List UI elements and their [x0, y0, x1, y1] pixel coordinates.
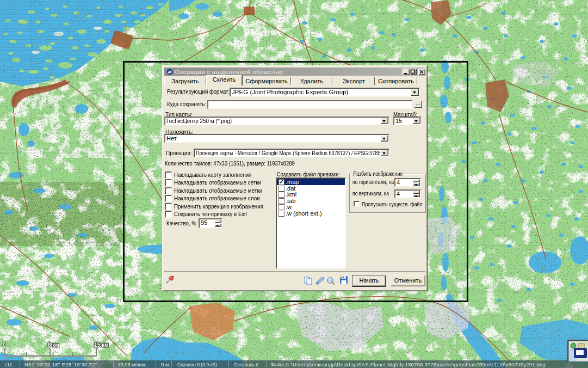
svg-text:8 км: 8 км	[48, 342, 59, 348]
svg-text:0: 0	[3, 342, 6, 348]
svg-text:15 км: 15 км	[94, 342, 108, 348]
